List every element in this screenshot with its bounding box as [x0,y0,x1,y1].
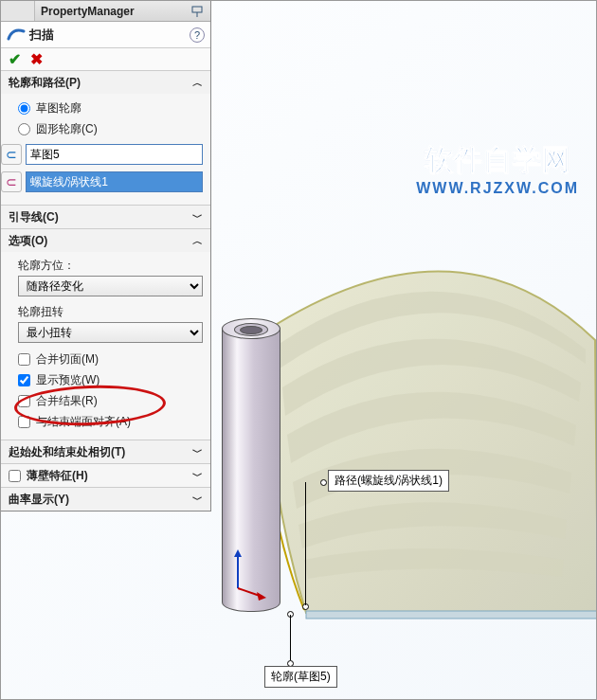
svg-marker-4 [257,592,266,601]
callout-handle-path [320,479,327,486]
ok-button[interactable]: ✔ [9,50,21,68]
confirm-row: ✔ ✖ [1,48,210,71]
chevron-up-icon: ︿ [192,234,203,248]
check-show-preview-label: 显示预览(W) [36,372,100,388]
section-header-profile-path[interactable]: 轮廓和路径(P) ︿ [1,71,210,94]
callout-profile[interactable]: 轮廓(草图5) [264,666,337,688]
section-start-end: 起始处和结束处相切(T) ﹀ [1,440,210,464]
label-orientation: 轮廓方位： [18,258,203,274]
radio-sketch-profile-input[interactable] [18,102,30,115]
callout-path[interactable]: 路径(螺旋线/涡状线1) [328,470,449,492]
section-header-start-end[interactable]: 起始处和结束处相切(T) ﹀ [1,440,210,463]
cylinder-hole [240,326,262,334]
section-profile-path: 轮廓和路径(P) ︿ 草图轮廓 圆形轮廓(C) ⊂ ⊂ 螺旋线/涡状线1 [1,71,210,206]
section-title-options: 选项(O) [9,233,47,249]
check-merge-result-label: 合并结果(R) [36,393,98,409]
help-icon[interactable]: ? [190,27,205,43]
section-title-thin: 薄壁特征(H) [27,468,88,484]
section-options: 选项(O) ︿ 轮廓方位： 随路径变化 轮廓扭转 最小扭转 合并切面(M) 显示… [1,229,210,440]
chevron-up-icon: ︿ [192,76,203,90]
check-align-end-label: 与结束端面对齐(A) [36,414,131,430]
pm-tab-spacer [1,1,35,21]
check-merge-tangent-input[interactable] [18,353,30,366]
pm-title: PropertyManager [35,5,188,18]
feature-header: 扫描 ? [1,22,210,48]
check-merge-tangent-label: 合并切面(M) [36,351,99,368]
label-twist: 轮廓扭转 [18,304,203,320]
svg-marker-2 [234,549,242,557]
radio-sketch-profile-label: 草图轮廓 [36,100,81,117]
property-manager-panel: PropertyManager 扫描 ? ✔ ✖ 轮廓和路径(P) ︿ 草图轮廓… [1,1,211,512]
check-align-end[interactable]: 与结束端面对齐(A) [18,411,203,432]
path-field[interactable]: 螺旋线/涡状线1 [26,171,203,192]
profile-field[interactable] [26,144,203,165]
pm-header: PropertyManager [1,1,210,22]
radio-circle-profile-input[interactable] [18,123,30,135]
check-merge-result-input[interactable] [18,395,30,407]
chevron-down-icon: ﹀ [192,445,203,459]
path-slot-icon[interactable]: ⊂ [1,171,22,192]
section-thin: 薄壁特征(H) ﹀ [1,464,210,488]
check-merge-tangent[interactable]: 合并切面(M) [18,349,203,369]
watermark-url: WWW.RJZXW.COM [416,180,579,197]
origin-triad-icon [230,546,268,602]
check-show-preview-input[interactable] [18,374,30,386]
callout-leader-path [305,482,306,605]
cancel-button[interactable]: ✖ [30,50,43,68]
check-merge-result[interactable]: 合并结果(R) [18,390,203,411]
section-title-guide: 引导线(C) [9,209,59,225]
dropdown-orientation[interactable]: 随路径变化 [18,276,203,296]
profile-slot-icon[interactable]: ⊂ [1,144,22,165]
chevron-down-icon: ﹀ [192,469,203,483]
check-align-end-input[interactable] [18,416,30,428]
section-header-curvature[interactable]: 曲率显示(Y) ﹀ [1,488,210,511]
chevron-down-icon: ﹀ [192,210,203,224]
section-header-thin[interactable]: 薄壁特征(H) ﹀ [1,464,210,487]
pushpin-icon[interactable] [188,3,207,20]
section-header-guide[interactable]: 引导线(C) ﹀ [1,206,210,228]
section-title-curvature: 曲率显示(Y) [9,492,69,508]
chevron-down-icon: ﹀ [192,493,203,507]
section-title-start-end: 起始处和结束处相切(T) [9,444,125,460]
feature-title: 扫描 [29,27,54,44]
svg-rect-0 [306,611,597,619]
watermark: 软件自学网 WWW.RJZXW.COM [416,141,579,197]
section-title-profile-path: 轮廓和路径(P) [9,75,81,91]
check-show-preview[interactable]: 显示预览(W) [18,369,203,390]
radio-circle-profile[interactable]: 圆形轮廓(C) [18,118,203,139]
check-thin-feature-input[interactable] [9,470,21,482]
svg-rect-5 [192,7,202,12]
sweep-icon [7,26,26,45]
section-guide: 引导线(C) ﹀ [1,206,210,229]
watermark-title: 软件自学网 [416,141,579,180]
radio-circle-profile-label: 圆形轮廓(C) [36,121,98,137]
section-curvature: 曲率显示(Y) ﹀ [1,488,210,511]
radio-sketch-profile[interactable]: 草图轮廓 [18,98,203,118]
callout-leader-profile [290,615,291,660]
section-header-options[interactable]: 选项(O) ︿ [1,229,210,252]
dropdown-twist[interactable]: 最小扭转 [18,322,203,343]
